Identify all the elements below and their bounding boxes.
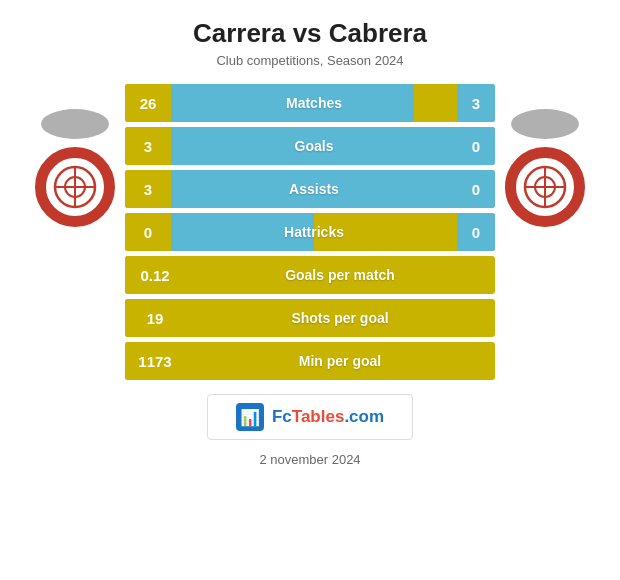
main-section: 26 Matches 3 3 Goals 0 3 Assists 0 0 <box>0 84 620 251</box>
right-team-logo-area <box>495 109 595 227</box>
stat-right-value: 0 <box>457 127 495 165</box>
fctables-icon: 📊 <box>236 403 264 431</box>
page-title: Carrera vs Cabrera <box>193 18 427 49</box>
stats-area: 26 Matches 3 3 Goals 0 3 Assists 0 0 <box>125 84 495 251</box>
single-stats-area: 0.12 Goals per match 19 Shots per goal 1… <box>125 256 495 380</box>
left-ellipse-decoration <box>41 109 109 139</box>
right-logo-svg <box>523 165 567 209</box>
stat-bar-area: Assists <box>171 170 457 208</box>
stat-label: Assists <box>171 181 457 197</box>
stat-row-double: 3 Assists 0 <box>125 170 495 208</box>
page-subtitle: Club competitions, Season 2024 <box>216 53 403 68</box>
left-logo-svg <box>53 165 97 209</box>
stat-single-left-value: 1173 <box>125 342 185 380</box>
fctables-banner[interactable]: 📊 FcTables.com <box>207 394 413 440</box>
left-logo-inner <box>43 155 107 219</box>
stat-left-value: 3 <box>125 127 171 165</box>
stat-bar-area: Hattricks <box>171 213 457 251</box>
fctables-text: FcTables.com <box>272 407 384 427</box>
stat-right-value: 0 <box>457 170 495 208</box>
stat-bar-area: Goals <box>171 127 457 165</box>
page: Carrera vs Cabrera Club competitions, Se… <box>0 0 620 580</box>
stat-single-left-value: 0.12 <box>125 256 185 294</box>
stat-right-value: 3 <box>457 84 495 122</box>
left-team-logo <box>35 147 115 227</box>
stat-label: Hattricks <box>171 224 457 240</box>
stat-left-value: 0 <box>125 213 171 251</box>
right-logo-inner <box>513 155 577 219</box>
stat-left-value: 26 <box>125 84 171 122</box>
stat-left-value: 3 <box>125 170 171 208</box>
stat-row-double: 26 Matches 3 <box>125 84 495 122</box>
stat-label: Matches <box>171 95 457 111</box>
right-ellipse-decoration <box>511 109 579 139</box>
left-team-logo-area <box>25 109 125 227</box>
stat-label: Goals <box>171 138 457 154</box>
stat-single-label: Goals per match <box>185 267 495 283</box>
stat-row-single: 19 Shots per goal <box>125 299 495 337</box>
stat-row-single: 0.12 Goals per match <box>125 256 495 294</box>
stat-single-label: Shots per goal <box>185 310 495 326</box>
stat-right-value: 0 <box>457 213 495 251</box>
date-footer: 2 november 2024 <box>259 452 360 467</box>
stat-single-left-value: 19 <box>125 299 185 337</box>
stat-bar-area: Matches <box>171 84 457 122</box>
stat-single-label: Min per goal <box>185 353 495 369</box>
stat-row-single: 1173 Min per goal <box>125 342 495 380</box>
stat-row-double: 3 Goals 0 <box>125 127 495 165</box>
stat-row-double: 0 Hattricks 0 <box>125 213 495 251</box>
right-team-logo <box>505 147 585 227</box>
